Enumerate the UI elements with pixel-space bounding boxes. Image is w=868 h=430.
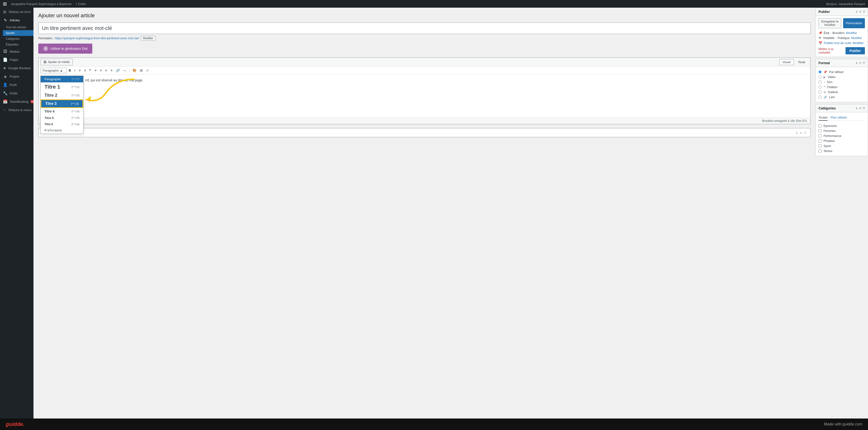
dropdown-titre1[interactable]: Titre 1 (^⌥1) — [41, 82, 83, 91]
status-icon: 📌 — [818, 31, 822, 35]
sidebar-item-categories[interactable]: Catégories — [3, 36, 33, 42]
link-button[interactable]: 🔗 — [114, 67, 121, 73]
editor-body[interactable]: H1 qui est réservé au titre de ma page. — [38, 75, 810, 118]
permalink-url[interactable]: https://parayre-sophrologue.fr/un-titre-… — [55, 36, 139, 40]
publish-chevron-up[interactable]: ∧ — [856, 10, 858, 13]
teambooking-icon: 📅 — [3, 99, 8, 104]
preview-button[interactable]: Prévisualiser — [843, 18, 865, 28]
unordered-list-button[interactable]: ≡ — [77, 67, 82, 73]
site-name[interactable]: Jacqueline Parayre Sophrologue à Bayonne — [11, 2, 71, 6]
divi-button[interactable]: D Utiliser le générateur Divi — [38, 44, 92, 54]
add-media-button[interactable]: 🖼 Ajouter un média — [40, 59, 73, 65]
publish-date-label[interactable]: Publier tout de suite — [824, 41, 851, 45]
sidebar-item-profil[interactable]: 👤 Profil — [0, 81, 33, 89]
cat-phobies-checkbox[interactable] — [818, 139, 822, 142]
cat-femmes-checkbox[interactable] — [818, 129, 822, 133]
sidebar-item-outils[interactable]: 🔧 Outils — [0, 89, 33, 97]
expand-button[interactable]: ⤢ — [145, 67, 150, 73]
format-galerie-radio[interactable] — [818, 90, 822, 94]
sidebar-item-all-articles[interactable]: Tous les articles — [3, 24, 33, 30]
publish-collapse[interactable]: ▽ — [863, 10, 865, 13]
sidebar-item-etiquettes[interactable]: Étiquettes — [3, 42, 33, 48]
visibility-value: Publique — [838, 36, 850, 40]
excerpt-expand[interactable]: ▽ — [804, 131, 807, 135]
align-right-button[interactable]: ≡ — [104, 67, 108, 73]
expand-icon: ⤢ — [146, 68, 149, 72]
add-media-label: Ajouter un média — [48, 60, 70, 64]
sidebar-item-projets[interactable]: ◈ Projets — [0, 72, 33, 81]
status-modifier[interactable]: Modifier — [846, 31, 857, 35]
sidebar-item-pages[interactable]: 📄 Pages — [0, 56, 33, 64]
dropdown-titre2[interactable]: Titre 2 (^⌥2) — [41, 91, 83, 99]
tab-text[interactable]: Texte — [795, 59, 808, 65]
sidebar-item-add[interactable]: Ajouter — [3, 30, 33, 36]
categories-panel-header: Catégories ∧ ∨ ▽ — [816, 105, 868, 112]
align-center-button[interactable]: ≡ — [98, 67, 103, 73]
format-son-radio[interactable] — [818, 81, 822, 84]
ordered-list-button[interactable]: ≡ — [83, 67, 87, 73]
bold-button[interactable]: B — [67, 67, 72, 73]
cat-sport-checkbox[interactable] — [818, 144, 822, 147]
etiquettes-label: Étiquettes — [6, 43, 19, 46]
categories-collapse[interactable]: ▽ — [863, 107, 865, 110]
italic-button[interactable]: I — [73, 67, 77, 73]
sidebar-item-teambooking[interactable]: 📅 TeamBooking 57 — [0, 97, 33, 106]
dropdown-titre1-shortcut: (^⌥1) — [71, 85, 80, 89]
publish-button[interactable]: Publier — [845, 47, 865, 54]
format-video-radio[interactable] — [818, 76, 822, 79]
dropdown-titre5-shortcut: (^⌥5) — [71, 116, 80, 119]
format-collapse[interactable]: ▽ — [863, 61, 865, 65]
dropdown-titre5[interactable]: Titre 5 (^⌥5) — [41, 115, 83, 121]
permalink-modifier-button[interactable]: Modifier — [141, 36, 155, 41]
dropdown-titre6[interactable]: Titre 6 (^⌥6) — [41, 121, 83, 127]
format-citation-radio[interactable] — [818, 85, 822, 89]
title-input[interactable] — [38, 23, 811, 34]
save-draft-button[interactable]: Enregistrer le brouillon — [818, 18, 841, 28]
sidebar: ⊞ Tableau de bord ✎ Articles Tous les ar… — [0, 8, 33, 430]
dropdown-preformate[interactable]: Préformaté — [41, 127, 83, 134]
tab-visual[interactable]: Visuel — [779, 59, 794, 65]
sidebar-item-medias[interactable]: 🖼 Médias — [0, 48, 33, 56]
cat-performance-checkbox[interactable] — [818, 134, 822, 137]
publish-date-modifier[interactable]: Modifier — [853, 41, 864, 45]
main-content: Ajouter un nouvel article Permalien : ht… — [33, 8, 815, 430]
cat-epreuves-checkbox[interactable] — [818, 124, 822, 127]
status-value: Brouillon — [832, 31, 844, 35]
align-justify-button[interactable]: ≡ — [109, 67, 114, 73]
sidebar-item-articles[interactable]: ✎ Articles — [0, 16, 33, 24]
categories-chevron-down[interactable]: ∨ — [859, 107, 861, 110]
publish-chevron-down[interactable]: ∨ — [859, 10, 861, 13]
dropdown-titre3-label: Titre 3 — [45, 102, 57, 106]
excerpt-header[interactable]: Extrait ∧ ∨ ▽ — [38, 128, 810, 137]
dropdown-paragraphe[interactable]: Paragraphe (^⌥7) — [41, 76, 83, 82]
sidebar-item-reduire[interactable]: ← Réduire le menu — [0, 106, 33, 114]
dropdown-titre4[interactable]: Titre 4 (^⌥4) — [41, 108, 83, 115]
tab-plus-utilises[interactable]: Plus utilisés — [831, 115, 847, 121]
more-button[interactable]: — — [122, 67, 128, 73]
format-lien-radio[interactable] — [818, 95, 822, 98]
excerpt-chevron-down[interactable]: ∨ — [800, 131, 802, 135]
sidebar-item-dashboard[interactable]: ⊞ Tableau de bord — [0, 8, 33, 16]
dropdown-paragraphe-shortcut: (^⌥7) — [72, 78, 80, 81]
excerpt-chevron-up[interactable]: ∧ — [796, 131, 798, 135]
categories-panel: Catégories ∧ ∨ ▽ Toutes Plus utilisés Ep… — [815, 104, 868, 156]
format-citation: ❝ Citation — [818, 85, 865, 90]
align-left-button[interactable]: ≡ — [93, 67, 98, 73]
cat-performance-label: Performance — [824, 134, 841, 138]
format-par-defaut-radio[interactable] — [818, 70, 822, 74]
categories-chevron-up[interactable]: ∧ — [856, 107, 858, 110]
dropdown-titre3[interactable]: Titre 3 (^⌥3) — [41, 99, 83, 108]
trash-button[interactable]: Mettre à la corbeille — [818, 47, 845, 54]
tab-toutes[interactable]: Toutes — [818, 115, 828, 121]
create-button[interactable]: + Créer — [75, 2, 86, 6]
cat-stress-checkbox[interactable] — [818, 149, 822, 152]
format-chevron-down[interactable]: ∨ — [859, 61, 861, 65]
sidebar-item-google-reviews[interactable]: ★ Google Reviews — [0, 64, 33, 72]
teambooking-label: TeamBooking — [9, 100, 28, 104]
color-button[interactable]: 🎨 — [131, 67, 138, 73]
table-button[interactable]: ⊞ — [138, 67, 144, 73]
blockquote-button[interactable]: ❝ — [88, 67, 93, 73]
paragraph-select[interactable]: Paragraphe ▲ — [40, 68, 67, 73]
format-chevron-up[interactable]: ∧ — [856, 61, 858, 65]
visibility-modifier[interactable]: Modifier — [851, 36, 862, 40]
